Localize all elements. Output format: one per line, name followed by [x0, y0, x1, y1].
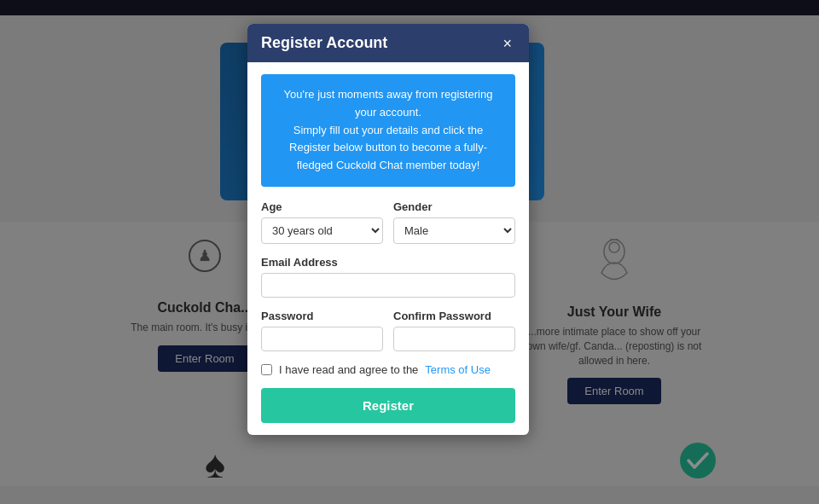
gender-select[interactable]: Male Female Couple [393, 217, 515, 244]
age-label: Age [261, 200, 383, 213]
modal-title: Register Account [261, 34, 387, 52]
gender-label: Gender [393, 200, 515, 213]
modal-header: Register Account × [247, 24, 529, 62]
modal-body: You're just moments away from registerin… [247, 62, 529, 435]
email-input[interactable] [261, 273, 515, 298]
age-select[interactable]: 18 years old 19 years old 20 years old 2… [261, 217, 383, 244]
info-box: You're just moments away from registerin… [261, 74, 515, 187]
register-modal: Register Account × You're just moments a… [247, 24, 529, 435]
terms-checkbox[interactable] [261, 364, 272, 375]
modal-close-button[interactable]: × [499, 36, 515, 51]
password-label: Password [261, 310, 383, 322]
password-input[interactable] [261, 327, 383, 351]
age-group: Age 18 years old 19 years old 20 years o… [261, 200, 383, 244]
password-row: Password Confirm Password [261, 310, 515, 351]
terms-text: I have read and agree to the [279, 363, 418, 376]
age-gender-row: Age 18 years old 19 years old 20 years o… [261, 200, 515, 244]
terms-row: I have read and agree to the Terms of Us… [261, 363, 515, 376]
terms-link[interactable]: Terms of Use [425, 363, 491, 376]
email-label: Email Address [261, 256, 515, 269]
email-group: Email Address [261, 256, 515, 298]
confirm-password-group: Confirm Password [393, 310, 515, 351]
gender-group: Gender Male Female Couple [393, 200, 515, 244]
email-row: Email Address [261, 256, 515, 298]
password-group: Password [261, 310, 383, 351]
confirm-password-input[interactable] [393, 327, 515, 351]
confirm-password-label: Confirm Password [393, 310, 515, 322]
register-button[interactable]: Register [261, 388, 515, 423]
